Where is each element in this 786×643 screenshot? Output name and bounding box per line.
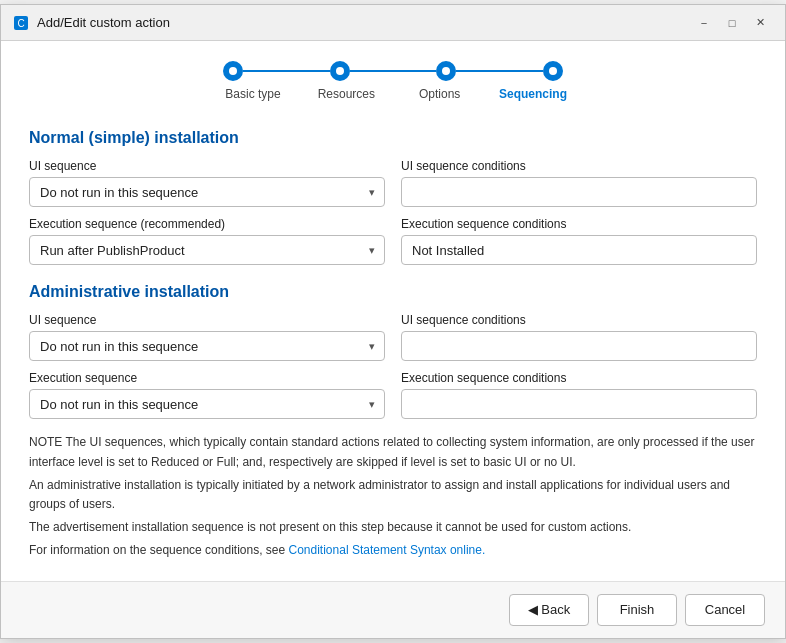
- admin-ui-sequence-col: UI sequence Do not run in this sequence …: [29, 313, 385, 361]
- step-node-1: [223, 61, 243, 81]
- step-node-inner-3: [442, 67, 450, 75]
- admin-ui-sequence-wrapper: Do not run in this sequence Run before C…: [29, 331, 385, 361]
- step-node-inner-4: [549, 67, 557, 75]
- normal-ui-conditions-label: UI sequence conditions: [401, 159, 757, 173]
- admin-ui-row: UI sequence Do not run in this sequence …: [29, 313, 757, 361]
- admin-exec-conditions-label: Execution sequence conditions: [401, 371, 757, 385]
- stepper-track: [223, 61, 563, 81]
- normal-exec-conditions-input[interactable]: Not Installed: [401, 235, 757, 265]
- back-button[interactable]: ◀ Back: [509, 594, 589, 626]
- normal-ui-row: UI sequence Do not run in this sequence …: [29, 159, 757, 207]
- step-node-2: [330, 61, 350, 81]
- admin-ui-conditions-label: UI sequence conditions: [401, 313, 757, 327]
- conditional-statement-link[interactable]: Conditional Statement Syntax online.: [289, 543, 486, 557]
- content-area: Normal (simple) installation UI sequence…: [1, 111, 785, 580]
- title-bar: C Add/Edit custom action − □ ✕: [1, 5, 785, 41]
- normal-ui-conditions-col: UI sequence conditions: [401, 159, 757, 207]
- admin-section-title: Administrative installation: [29, 283, 757, 301]
- note-line-4: For information on the sequence conditio…: [29, 541, 757, 560]
- step-line-1: [243, 70, 330, 72]
- svg-text:C: C: [17, 18, 24, 29]
- step-node-inner-2: [336, 67, 344, 75]
- minimize-button[interactable]: −: [691, 13, 717, 33]
- stepper: Basic type Resources Options Sequencing: [1, 41, 785, 111]
- normal-exec-sequence-select[interactable]: Do not run in this sequence Run after Pu…: [29, 235, 385, 265]
- app-icon: C: [13, 15, 29, 31]
- admin-exec-sequence-label: Execution sequence: [29, 371, 385, 385]
- normal-section-title: Normal (simple) installation: [29, 129, 757, 147]
- title-bar-left: C Add/Edit custom action: [13, 15, 170, 31]
- note-line-3: The advertisement installation sequence …: [29, 518, 757, 537]
- admin-ui-conditions-col: UI sequence conditions: [401, 313, 757, 361]
- step-node-inner-1: [229, 67, 237, 75]
- step-label-4: Sequencing: [493, 87, 573, 101]
- cancel-button[interactable]: Cancel: [685, 594, 765, 626]
- normal-exec-sequence-wrapper: Do not run in this sequence Run after Pu…: [29, 235, 385, 265]
- admin-ui-sequence-select[interactable]: Do not run in this sequence Run before C…: [29, 331, 385, 361]
- normal-ui-sequence-wrapper: Do not run in this sequence Run before C…: [29, 177, 385, 207]
- normal-exec-sequence-label: Execution sequence (recommended): [29, 217, 385, 231]
- admin-ui-sequence-label: UI sequence: [29, 313, 385, 327]
- footer: ◀ Back Finish Cancel: [1, 581, 785, 638]
- normal-ui-sequence-label: UI sequence: [29, 159, 385, 173]
- maximize-button[interactable]: □: [719, 13, 745, 33]
- step-label-2: Resources: [306, 87, 386, 101]
- note-line-4-prefix: For information on the sequence conditio…: [29, 543, 289, 557]
- close-button[interactable]: ✕: [747, 13, 773, 33]
- step-label-3: Options: [400, 87, 480, 101]
- step-node-3: [436, 61, 456, 81]
- notes-area: NOTE The UI sequences, which typically c…: [29, 433, 757, 560]
- admin-exec-row: Execution sequence Do not run in this se…: [29, 371, 757, 419]
- finish-button[interactable]: Finish: [597, 594, 677, 626]
- normal-ui-sequence-select[interactable]: Do not run in this sequence Run before C…: [29, 177, 385, 207]
- step-line-2: [350, 70, 437, 72]
- admin-exec-sequence-select[interactable]: Do not run in this sequence Run after Pu…: [29, 389, 385, 419]
- admin-exec-conditions-input[interactable]: [401, 389, 757, 419]
- normal-ui-sequence-col: UI sequence Do not run in this sequence …: [29, 159, 385, 207]
- window-title: Add/Edit custom action: [37, 15, 170, 30]
- normal-ui-conditions-input[interactable]: [401, 177, 757, 207]
- normal-exec-row: Execution sequence (recommended) Do not …: [29, 217, 757, 265]
- note-line-1: NOTE The UI sequences, which typically c…: [29, 433, 757, 471]
- step-node-4: [543, 61, 563, 81]
- admin-ui-conditions-input[interactable]: [401, 331, 757, 361]
- step-line-3: [456, 70, 543, 72]
- admin-exec-conditions-col: Execution sequence conditions: [401, 371, 757, 419]
- window-controls: − □ ✕: [691, 13, 773, 33]
- normal-exec-sequence-col: Execution sequence (recommended) Do not …: [29, 217, 385, 265]
- normal-exec-conditions-col: Execution sequence conditions Not Instal…: [401, 217, 757, 265]
- admin-exec-sequence-wrapper: Do not run in this sequence Run after Pu…: [29, 389, 385, 419]
- note-line-2: An administrative installation is typica…: [29, 476, 757, 514]
- admin-exec-sequence-col: Execution sequence Do not run in this se…: [29, 371, 385, 419]
- main-window: C Add/Edit custom action − □ ✕: [0, 4, 786, 638]
- stepper-labels: Basic type Resources Options Sequencing: [213, 87, 573, 101]
- step-label-1: Basic type: [213, 87, 293, 101]
- normal-exec-conditions-label: Execution sequence conditions: [401, 217, 757, 231]
